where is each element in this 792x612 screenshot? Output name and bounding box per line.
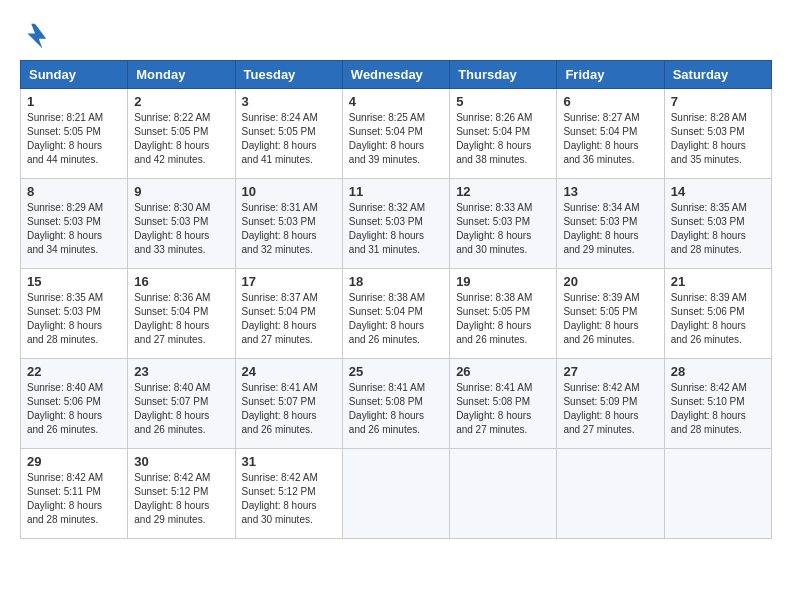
calendar-cell: 17Sunrise: 8:37 AMSunset: 5:04 PMDayligh… [235, 269, 342, 359]
day-number: 24 [242, 364, 336, 379]
day-info: Sunrise: 8:42 AMSunset: 5:09 PMDaylight:… [563, 381, 657, 437]
calendar-cell: 21Sunrise: 8:39 AMSunset: 5:06 PMDayligh… [664, 269, 771, 359]
day-info: Sunrise: 8:22 AMSunset: 5:05 PMDaylight:… [134, 111, 228, 167]
day-info: Sunrise: 8:30 AMSunset: 5:03 PMDaylight:… [134, 201, 228, 257]
day-info: Sunrise: 8:28 AMSunset: 5:03 PMDaylight:… [671, 111, 765, 167]
day-number: 5 [456, 94, 550, 109]
day-info: Sunrise: 8:40 AMSunset: 5:06 PMDaylight:… [27, 381, 121, 437]
day-number: 1 [27, 94, 121, 109]
day-number: 25 [349, 364, 443, 379]
calendar-cell: 29Sunrise: 8:42 AMSunset: 5:11 PMDayligh… [21, 449, 128, 539]
calendar-cell: 13Sunrise: 8:34 AMSunset: 5:03 PMDayligh… [557, 179, 664, 269]
week-row: 8Sunrise: 8:29 AMSunset: 5:03 PMDaylight… [21, 179, 772, 269]
logo-icon [20, 20, 50, 50]
day-info: Sunrise: 8:24 AMSunset: 5:05 PMDaylight:… [242, 111, 336, 167]
day-info: Sunrise: 8:40 AMSunset: 5:07 PMDaylight:… [134, 381, 228, 437]
day-info: Sunrise: 8:31 AMSunset: 5:03 PMDaylight:… [242, 201, 336, 257]
calendar-cell: 11Sunrise: 8:32 AMSunset: 5:03 PMDayligh… [342, 179, 449, 269]
day-number: 7 [671, 94, 765, 109]
day-number: 20 [563, 274, 657, 289]
calendar-cell: 3Sunrise: 8:24 AMSunset: 5:05 PMDaylight… [235, 89, 342, 179]
calendar-cell: 5Sunrise: 8:26 AMSunset: 5:04 PMDaylight… [450, 89, 557, 179]
calendar-cell: 2Sunrise: 8:22 AMSunset: 5:05 PMDaylight… [128, 89, 235, 179]
calendar-cell: 25Sunrise: 8:41 AMSunset: 5:08 PMDayligh… [342, 359, 449, 449]
day-info: Sunrise: 8:38 AMSunset: 5:04 PMDaylight:… [349, 291, 443, 347]
day-info: Sunrise: 8:39 AMSunset: 5:06 PMDaylight:… [671, 291, 765, 347]
calendar-cell: 28Sunrise: 8:42 AMSunset: 5:10 PMDayligh… [664, 359, 771, 449]
day-header-saturday: Saturday [664, 61, 771, 89]
day-info: Sunrise: 8:37 AMSunset: 5:04 PMDaylight:… [242, 291, 336, 347]
day-number: 14 [671, 184, 765, 199]
day-info: Sunrise: 8:29 AMSunset: 5:03 PMDaylight:… [27, 201, 121, 257]
day-info: Sunrise: 8:35 AMSunset: 5:03 PMDaylight:… [27, 291, 121, 347]
day-number: 10 [242, 184, 336, 199]
week-row: 22Sunrise: 8:40 AMSunset: 5:06 PMDayligh… [21, 359, 772, 449]
day-info: Sunrise: 8:41 AMSunset: 5:07 PMDaylight:… [242, 381, 336, 437]
day-info: Sunrise: 8:42 AMSunset: 5:12 PMDaylight:… [134, 471, 228, 527]
day-info: Sunrise: 8:25 AMSunset: 5:04 PMDaylight:… [349, 111, 443, 167]
day-number: 21 [671, 274, 765, 289]
day-info: Sunrise: 8:41 AMSunset: 5:08 PMDaylight:… [456, 381, 550, 437]
calendar-cell: 22Sunrise: 8:40 AMSunset: 5:06 PMDayligh… [21, 359, 128, 449]
calendar-cell: 15Sunrise: 8:35 AMSunset: 5:03 PMDayligh… [21, 269, 128, 359]
week-row: 29Sunrise: 8:42 AMSunset: 5:11 PMDayligh… [21, 449, 772, 539]
day-header-friday: Friday [557, 61, 664, 89]
day-number: 22 [27, 364, 121, 379]
calendar-cell: 9Sunrise: 8:30 AMSunset: 5:03 PMDaylight… [128, 179, 235, 269]
day-info: Sunrise: 8:39 AMSunset: 5:05 PMDaylight:… [563, 291, 657, 347]
calendar-cell: 6Sunrise: 8:27 AMSunset: 5:04 PMDaylight… [557, 89, 664, 179]
day-number: 18 [349, 274, 443, 289]
day-number: 17 [242, 274, 336, 289]
day-info: Sunrise: 8:35 AMSunset: 5:03 PMDaylight:… [671, 201, 765, 257]
calendar-cell [557, 449, 664, 539]
day-number: 16 [134, 274, 228, 289]
day-info: Sunrise: 8:38 AMSunset: 5:05 PMDaylight:… [456, 291, 550, 347]
calendar-cell: 30Sunrise: 8:42 AMSunset: 5:12 PMDayligh… [128, 449, 235, 539]
calendar-cell: 14Sunrise: 8:35 AMSunset: 5:03 PMDayligh… [664, 179, 771, 269]
day-number: 15 [27, 274, 121, 289]
week-row: 1Sunrise: 8:21 AMSunset: 5:05 PMDaylight… [21, 89, 772, 179]
day-info: Sunrise: 8:42 AMSunset: 5:11 PMDaylight:… [27, 471, 121, 527]
day-number: 27 [563, 364, 657, 379]
calendar-cell: 10Sunrise: 8:31 AMSunset: 5:03 PMDayligh… [235, 179, 342, 269]
calendar-cell [342, 449, 449, 539]
day-info: Sunrise: 8:26 AMSunset: 5:04 PMDaylight:… [456, 111, 550, 167]
page-header [20, 20, 772, 50]
calendar-cell [664, 449, 771, 539]
day-number: 4 [349, 94, 443, 109]
day-info: Sunrise: 8:27 AMSunset: 5:04 PMDaylight:… [563, 111, 657, 167]
calendar-cell: 23Sunrise: 8:40 AMSunset: 5:07 PMDayligh… [128, 359, 235, 449]
logo [20, 20, 54, 50]
calendar-cell: 20Sunrise: 8:39 AMSunset: 5:05 PMDayligh… [557, 269, 664, 359]
day-header-thursday: Thursday [450, 61, 557, 89]
day-number: 31 [242, 454, 336, 469]
day-number: 8 [27, 184, 121, 199]
day-info: Sunrise: 8:41 AMSunset: 5:08 PMDaylight:… [349, 381, 443, 437]
day-number: 13 [563, 184, 657, 199]
calendar-cell: 31Sunrise: 8:42 AMSunset: 5:12 PMDayligh… [235, 449, 342, 539]
day-number: 6 [563, 94, 657, 109]
day-number: 2 [134, 94, 228, 109]
day-header-tuesday: Tuesday [235, 61, 342, 89]
calendar-cell: 27Sunrise: 8:42 AMSunset: 5:09 PMDayligh… [557, 359, 664, 449]
day-info: Sunrise: 8:32 AMSunset: 5:03 PMDaylight:… [349, 201, 443, 257]
svg-marker-0 [28, 24, 47, 49]
calendar-cell [450, 449, 557, 539]
day-number: 9 [134, 184, 228, 199]
day-header-sunday: Sunday [21, 61, 128, 89]
day-number: 19 [456, 274, 550, 289]
calendar-cell: 26Sunrise: 8:41 AMSunset: 5:08 PMDayligh… [450, 359, 557, 449]
day-number: 23 [134, 364, 228, 379]
calendar-cell: 7Sunrise: 8:28 AMSunset: 5:03 PMDaylight… [664, 89, 771, 179]
day-number: 28 [671, 364, 765, 379]
day-info: Sunrise: 8:33 AMSunset: 5:03 PMDaylight:… [456, 201, 550, 257]
day-info: Sunrise: 8:36 AMSunset: 5:04 PMDaylight:… [134, 291, 228, 347]
calendar-cell: 4Sunrise: 8:25 AMSunset: 5:04 PMDaylight… [342, 89, 449, 179]
calendar: SundayMondayTuesdayWednesdayThursdayFrid… [20, 60, 772, 539]
day-number: 30 [134, 454, 228, 469]
calendar-cell: 24Sunrise: 8:41 AMSunset: 5:07 PMDayligh… [235, 359, 342, 449]
day-number: 26 [456, 364, 550, 379]
day-info: Sunrise: 8:34 AMSunset: 5:03 PMDaylight:… [563, 201, 657, 257]
day-info: Sunrise: 8:42 AMSunset: 5:12 PMDaylight:… [242, 471, 336, 527]
week-row: 15Sunrise: 8:35 AMSunset: 5:03 PMDayligh… [21, 269, 772, 359]
